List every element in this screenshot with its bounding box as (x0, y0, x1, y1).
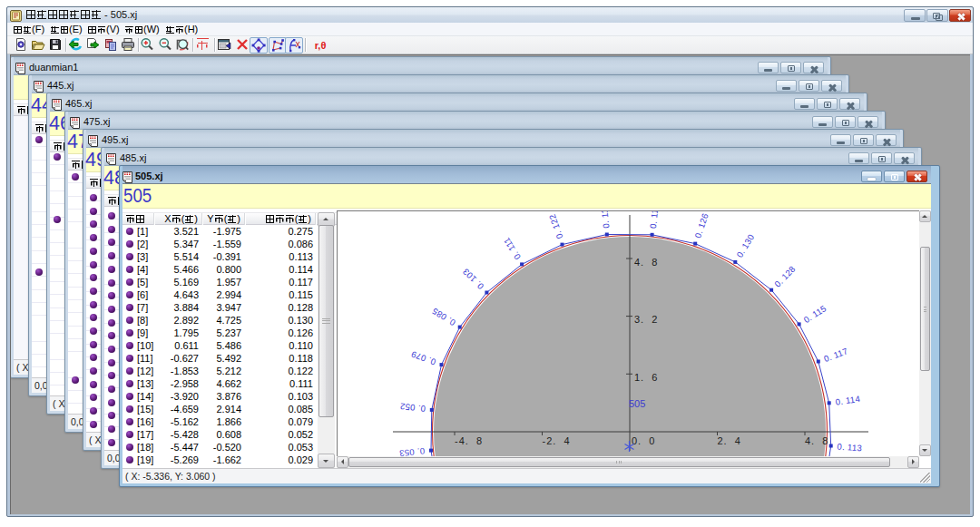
svg-text:0. 126: 0. 126 (692, 212, 710, 239)
svg-text:0. 053: 0. 053 (398, 446, 425, 456)
svg-text:505: 505 (629, 398, 645, 409)
svg-text:0. 111: 0. 111 (501, 236, 523, 262)
svg-text:0. 0: 0. 0 (632, 435, 655, 446)
svg-text:0. 130: 0. 130 (734, 232, 756, 259)
svg-text:0. 079: 0. 079 (409, 349, 436, 367)
svg-text:0. 115: 0. 115 (802, 303, 828, 325)
svg-text:0. 103: 0. 103 (460, 267, 485, 292)
svg-text:0. 118: 0. 118 (598, 211, 611, 229)
svg-text:0. 052: 0. 052 (399, 401, 426, 414)
svg-text:0. 128: 0. 128 (772, 264, 798, 289)
svg-text:0. 122: 0. 122 (547, 213, 565, 240)
svg-text:0. 114: 0. 114 (835, 394, 861, 407)
svg-text:-4. 8: -4. 8 (455, 435, 483, 446)
svg-text:0. 117: 0. 117 (822, 346, 849, 364)
svg-text:4. 8: 4. 8 (634, 257, 658, 268)
svg-text:3. 2: 3. 2 (634, 314, 658, 325)
svg-text:2. 4: 2. 4 (718, 435, 741, 446)
svg-text:0. 113: 0. 113 (837, 442, 862, 454)
svg-text:1. 6: 1. 6 (634, 372, 658, 383)
svg-text:4. 8: 4. 8 (805, 435, 828, 446)
svg-text:0. 085: 0. 085 (430, 306, 457, 327)
svg-text:-2. 4: -2. 4 (543, 435, 571, 446)
svg-text:0. 110: 0. 110 (648, 211, 661, 229)
